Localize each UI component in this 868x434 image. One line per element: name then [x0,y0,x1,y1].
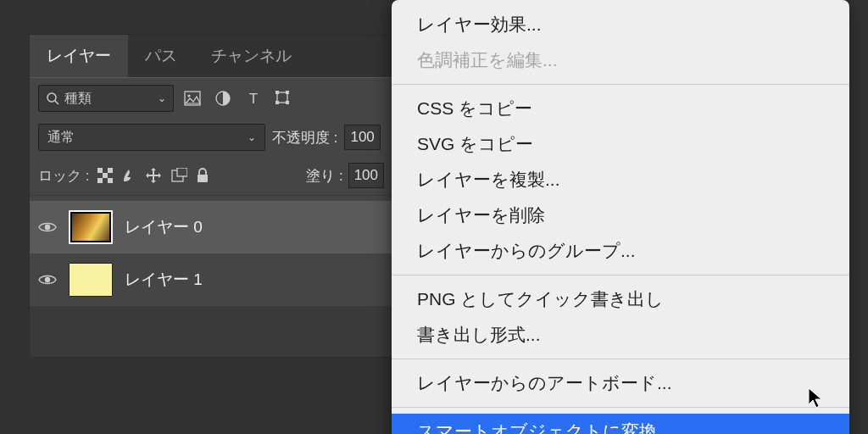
opacity-value[interactable]: 100 [344,125,380,150]
fill-value[interactable]: 100 [348,163,384,188]
svg-rect-15 [97,178,103,183]
layer-context-menu[interactable]: レイヤー効果...色調補正を編集...CSS をコピーSVG をコピーレイヤーを… [392,0,849,434]
menu-separator [392,275,849,275]
lock-position-icon[interactable] [145,167,162,184]
menu-item[interactable]: レイヤーを複製... [392,162,849,198]
svg-rect-19 [198,175,208,182]
fill-label: 塗り : [306,166,342,186]
menu-item: 色調補正を編集... [392,42,849,78]
svg-rect-14 [108,168,113,173]
lock-image-icon[interactable] [121,168,136,183]
menu-item[interactable]: レイヤー効果... [392,7,849,42]
svg-text:T: T [249,91,258,106]
opacity-label: 不透明度 : [272,128,337,147]
filter-type-text-icon[interactable]: T [242,86,265,110]
visibility-eye-icon[interactable] [38,273,57,287]
svg-rect-8 [286,91,289,94]
lock-artboard-icon[interactable] [170,168,187,183]
menu-separator [392,84,849,85]
layer-name[interactable]: レイヤー 0 [125,216,203,238]
svg-rect-12 [97,168,103,173]
search-icon [46,92,59,105]
svg-point-20 [45,225,50,230]
svg-rect-13 [103,173,108,178]
svg-point-0 [47,93,56,102]
svg-rect-18 [177,168,187,176]
tab-layers[interactable]: レイヤー [30,35,128,77]
svg-line-1 [55,101,58,104]
lock-row: ロック : 塗り : 100 [30,156,392,196]
svg-rect-10 [286,101,289,104]
lock-icons [97,167,209,184]
svg-rect-16 [108,178,113,183]
layer-thumbnail[interactable] [69,263,113,297]
filter-adjustment-icon[interactable] [211,86,235,110]
layer-name[interactable]: レイヤー 1 [125,269,203,291]
menu-item[interactable]: スマートオブジェクトに変換 [392,414,849,434]
menu-separator [392,359,849,359]
menu-item[interactable]: CSS をコピー [392,91,849,126]
blend-mode-value: 通常 [47,129,75,147]
svg-rect-7 [275,91,279,94]
filter-pixel-icon[interactable] [181,86,204,110]
menu-item[interactable]: レイヤーからのアートボード... [392,365,849,401]
layer-thumbnail[interactable] [69,210,113,244]
layer-item[interactable]: レイヤー 0 [30,201,392,253]
filter-shape-icon[interactable] [272,86,296,110]
layer-list: レイヤー 0 レイヤー 1 [30,196,392,357]
chevron-down-icon: ⌄ [158,92,166,104]
layer-filter-toolbar: 種類 ⌄ T [30,77,392,119]
lock-all-icon[interactable] [196,168,209,183]
menu-item[interactable]: PNG としてクイック書き出し [392,281,849,317]
lock-label: ロック : [38,166,89,186]
menu-item[interactable]: レイヤーを削除 [392,198,849,233]
menu-item[interactable]: レイヤーからのグループ... [392,233,849,269]
layer-item[interactable]: レイヤー 1 [30,253,392,306]
tab-paths[interactable]: パス [128,35,194,77]
lock-transparency-icon[interactable] [97,168,113,183]
visibility-eye-icon[interactable] [38,220,57,234]
menu-item[interactable]: 書き出し形式... [392,317,849,353]
chevron-down-icon: ⌄ [248,131,256,143]
menu-item[interactable]: SVG をコピー [392,126,849,162]
blend-mode-select[interactable]: 通常 ⌄ [38,124,265,151]
panel-tabs: レイヤー パス チャンネル [30,35,392,77]
svg-point-3 [187,94,190,97]
layer-list-empty [30,306,392,357]
filter-type-select[interactable]: 種類 ⌄ [38,85,174,112]
tab-channels[interactable]: チャンネル [194,35,309,77]
svg-point-21 [45,277,50,282]
blend-mode-row: 通常 ⌄ 不透明度 : 100 [30,119,392,156]
menu-separator [392,407,849,408]
layers-panel: レイヤー パス チャンネル 種類 ⌄ T 通常 ⌄ 不透明度 : 100 [29,34,393,358]
filter-type-label: 種類 [64,90,92,108]
svg-rect-9 [275,101,279,104]
